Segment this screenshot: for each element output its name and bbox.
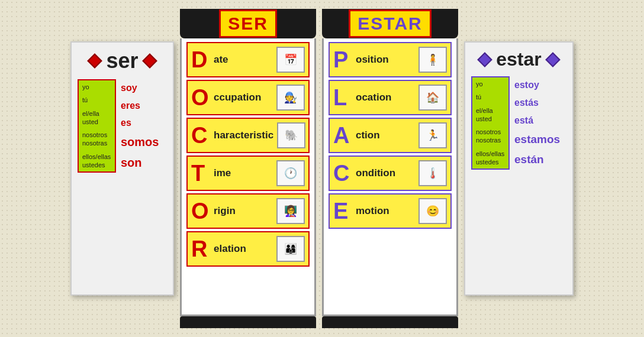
ser-conj-son: son — [121, 156, 159, 170]
ser-pronoun-ellos: ellos/ellasustedes — [82, 153, 111, 170]
place-icon-condition: 🌡️ — [418, 160, 447, 186]
estar-pronouns-column: yo tú el/ellausted nosotrosnosotras ello… — [471, 76, 510, 170]
ser-pronoun-tu: tú — [82, 96, 111, 104]
place-bottom-fold — [322, 316, 458, 328]
estar-table: yo tú el/ellausted nosotrosnosotras ello… — [471, 76, 566, 170]
place-word-condition: ondition — [356, 167, 415, 179]
doctor-word-ate: ate — [214, 54, 273, 66]
doctor-title: SER — [228, 14, 268, 34]
doctor-word-characteristic: haracteristic — [214, 129, 273, 141]
doctor-row-o2: O rigin 👩‍🏫 — [186, 193, 310, 229]
main-container: ser yo tú el/ellausted nosotrosnosotras … — [0, 0, 644, 337]
ser-conjugation-card: ser yo tú el/ellausted nosotrosnosotras … — [70, 41, 174, 296]
doctor-letter-t: T — [191, 162, 210, 184]
place-top-fold: ESTAR — [322, 9, 458, 38]
doctor-letter-o2: O — [191, 200, 210, 222]
doctor-icon-origin: 👩‍🏫 — [276, 198, 305, 224]
doctor-row-c: C haracteristic 🐘 — [186, 118, 310, 153]
place-body: P osition 🧍 L ocation 🏠 A ction 🏃 C ondi… — [322, 38, 458, 316]
ser-card-title: ser — [106, 48, 138, 73]
ser-conjugations-column: soy eres es somos son — [121, 79, 159, 173]
estar-conjugation-card: estar yo tú el/ellausted nosotrosnosotra… — [464, 41, 574, 296]
place-row-c: C ondition 🌡️ — [329, 155, 452, 191]
place-letter-p: P — [333, 48, 352, 71]
doctor-icon-relation: 👨‍👩‍👦 — [276, 236, 305, 262]
diamond-right-icon — [142, 53, 157, 68]
doctor-bottom-fold — [180, 316, 316, 328]
ser-conj-eres: eres — [121, 101, 159, 111]
place-title: ESTAR — [358, 14, 422, 34]
ser-pronouns-column: yo tú el/ellausted nosotrosnosotras ello… — [78, 79, 116, 173]
place-letter-e: E — [333, 200, 352, 222]
estar-conjugations-column: estoy estás está estamos están — [514, 76, 560, 170]
place-word-action: ction — [356, 129, 415, 141]
doctor-word-occupation: ccupation — [214, 92, 273, 103]
place-row-a: A ction 🏃 — [329, 118, 452, 153]
estar-pronoun-nosotros: nosotrosnosotras — [476, 128, 505, 145]
doctor-icon-time: 🕐 — [276, 160, 305, 186]
estar-card-header: estar — [471, 48, 566, 70]
estar-pronoun-yo: yo — [476, 80, 505, 88]
estar-conj-esta: está — [514, 115, 560, 126]
place-word-location: ocation — [356, 92, 415, 103]
place-word-position: osition — [356, 54, 415, 66]
estar-card-title: estar — [496, 48, 542, 70]
doctor-word-time: ime — [214, 167, 273, 179]
doctor-row-t: T ime 🕐 — [186, 155, 310, 191]
doctor-word-origin: rigin — [214, 205, 273, 217]
doctor-title-banner: SER — [219, 9, 277, 38]
ser-conj-somos: somos — [121, 135, 159, 149]
place-row-e: E motion 😊 — [329, 193, 452, 229]
place-word-emotion: motion — [356, 205, 415, 217]
place-icon-location: 🏠 — [418, 85, 447, 111]
ser-pronoun-yo: yo — [82, 83, 111, 91]
doctor-letter-c: C — [191, 124, 210, 147]
place-booklet: ESTAR P osition 🧍 L ocation 🏠 A ction 🏃 … — [322, 9, 458, 328]
estar-diamond-left-icon — [478, 52, 492, 67]
place-title-banner: ESTAR — [349, 9, 431, 38]
ser-card-header: ser — [78, 48, 167, 73]
doctor-letter-r: R — [191, 238, 210, 260]
doctor-top-fold: SER — [180, 9, 316, 38]
ser-pronoun-nosotros: nosotrosnosotras — [82, 131, 111, 148]
place-row-p: P osition 🧍 — [329, 42, 452, 77]
doctor-icon-characteristic: 🐘 — [277, 122, 305, 148]
place-letter-l: L — [333, 86, 352, 109]
doctor-icon-occupation: 🧑‍🔧 — [276, 85, 305, 111]
place-letter-c: C — [333, 162, 352, 184]
ser-conj-es: es — [121, 118, 159, 128]
place-icon-emotion: 😊 — [418, 198, 447, 224]
doctor-body: D ate 📅 O ccupation 🧑‍🔧 C haracteristic … — [180, 38, 316, 316]
place-letter-a: A — [333, 124, 352, 147]
place-icon-action: 🏃 — [418, 122, 447, 148]
doctor-row-d: D ate 📅 — [186, 42, 310, 77]
estar-conj-estamos: estamos — [514, 133, 560, 146]
doctor-letter-d: D — [191, 48, 210, 71]
ser-conj-soy: soy — [121, 83, 159, 93]
estar-pronoun-ellos: ellos/ellasustedes — [476, 150, 505, 167]
doctor-row-o: O ccupation 🧑‍🔧 — [186, 80, 310, 115]
diamond-left-icon — [88, 53, 102, 68]
estar-conj-estoy: estoy — [514, 80, 560, 90]
place-row-l: L ocation 🏠 — [329, 80, 452, 115]
doctor-booklet: SER D ate 📅 O ccupation 🧑‍🔧 C haracteris… — [180, 9, 316, 328]
estar-conj-estan: están — [514, 153, 560, 166]
estar-pronoun-el: el/ellausted — [476, 106, 505, 124]
ser-pronoun-el: el/ellausted — [82, 109, 111, 127]
doctor-letter-o: O — [191, 86, 210, 109]
ser-table: yo tú el/ellausted nosotrosnosotras ello… — [78, 79, 167, 173]
estar-diamond-right-icon — [545, 52, 560, 67]
estar-pronoun-tu: tú — [476, 93, 505, 101]
estar-conj-estas: estás — [514, 98, 560, 108]
doctor-icon-date: 📅 — [276, 47, 305, 73]
doctor-row-r: R elation 👨‍👩‍👦 — [186, 231, 310, 267]
place-icon-position: 🧍 — [418, 47, 447, 73]
doctor-word-relation: elation — [214, 243, 273, 255]
